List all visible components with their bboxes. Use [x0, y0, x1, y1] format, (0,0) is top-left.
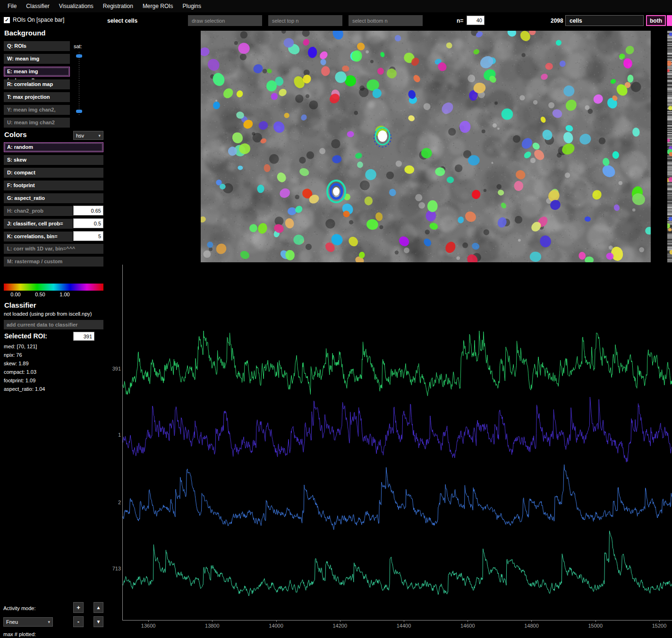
colorbar-label-0: 0.00	[8, 292, 24, 297]
colorbar-label-100: 1.00	[57, 292, 73, 297]
bg-button-mean-img[interactable]: W: mean img	[4, 54, 70, 64]
bg-button-mean-img-chan2-corr[interactable]: Y: mean img chan2, corr	[4, 105, 70, 115]
x-tick-label: 14400	[392, 623, 416, 629]
x-tick-mark	[212, 620, 213, 622]
bg-button-mean-img-enhanced[interactable]: E: mean img (enhanced)	[4, 67, 70, 77]
add-to-classifier-button[interactable]: add current data to classifier	[4, 320, 103, 329]
cells-button[interactable]: cells	[565, 15, 644, 26]
color-button-correlations[interactable]: K: correlations, bin=	[4, 232, 73, 241]
color-button-chan2-prob[interactable]: H: chan2_prob	[4, 206, 73, 216]
x-tick-mark	[276, 620, 277, 622]
trace-y-label: 713	[107, 566, 121, 571]
second-view-edge	[667, 31, 672, 263]
saturation-slider-track	[79, 52, 79, 116]
trace-y-label: 2	[107, 500, 121, 505]
select-top-n-button[interactable]: select top n	[268, 15, 342, 26]
color-button-compact[interactable]: D: compact	[4, 168, 103, 178]
trace-plot-canvas[interactable]	[123, 264, 672, 620]
zoom-plus-button[interactable]: +	[73, 602, 84, 613]
activity-mode-label: Activity mode:	[3, 605, 35, 611]
colorbar-label-50: 0.50	[32, 292, 48, 297]
roi-stat-npix: npix: 76	[4, 352, 22, 358]
x-axis-line	[122, 620, 672, 621]
checkbox-check-icon: ✓	[4, 17, 10, 23]
sat-slider-handle-bottom[interactable]	[76, 110, 82, 113]
trace-y-label: 391	[107, 366, 121, 371]
menu-file[interactable]: File	[3, 0, 21, 12]
classifier-prob-input[interactable]	[73, 218, 103, 228]
arrow-down-icon[interactable]: ▼	[94, 616, 103, 627]
bg-button-correlation-map[interactable]: R: correlation map	[4, 79, 70, 89]
arrow-up-icon[interactable]: ▲	[94, 602, 103, 613]
both-button[interactable]: both	[646, 15, 666, 26]
x-tick-mark	[340, 620, 340, 622]
selected-roi-input[interactable]	[73, 332, 94, 341]
sat-label: sat:	[74, 43, 82, 49]
menu-bar: File Classifier Visualizations Registrat…	[0, 0, 672, 12]
roi-image-view	[111, 31, 664, 263]
x-tick-label: 13800	[200, 623, 224, 629]
background-header: Background	[4, 29, 46, 37]
sat-slider-handle-top[interactable]	[76, 54, 82, 58]
max-plotted-label: max # plotted:	[3, 631, 36, 637]
draw-selection-button[interactable]: draw selection	[188, 15, 262, 26]
x-tick-label: 15200	[647, 623, 671, 629]
activity-mode-select[interactable]: Fneu ▾	[3, 617, 53, 627]
n-input[interactable]	[467, 16, 485, 25]
color-button-classifier-prob[interactable]: J: classifier, cell prob=	[4, 219, 73, 229]
selected-roi-label: Selected ROI:	[4, 332, 47, 340]
x-tick-label: 13600	[136, 623, 160, 629]
x-tick-mark	[659, 620, 660, 622]
roi-stat-compact: compact: 1.03	[4, 369, 36, 375]
roi-stat-aspect-ratio: aspect_ratio: 1.04	[4, 386, 45, 392]
color-button-corr-1d-var[interactable]: L: corr with 1D var, bin=^^^	[4, 244, 103, 254]
x-tick-label: 14600	[456, 623, 479, 629]
menu-plugins[interactable]: Plugins	[178, 0, 206, 12]
x-tick-mark	[468, 620, 468, 622]
colors-header: Colors	[4, 130, 27, 138]
roi-stat-med: med: [70, 121]	[4, 344, 37, 349]
chan2-prob-input[interactable]	[73, 206, 103, 216]
second-view-canvas[interactable]	[667, 31, 672, 262]
colormap-select[interactable]: hsv ▾	[73, 131, 103, 140]
trace-y-label: 1	[107, 432, 121, 438]
x-tick-label: 14800	[519, 623, 543, 629]
x-tick-label: 14000	[264, 623, 288, 629]
color-button-skew[interactable]: S: skew	[4, 155, 103, 165]
menu-classifier[interactable]: Classifier	[21, 0, 54, 12]
color-button-aspect-ratio[interactable]: G: aspect_ratio	[4, 193, 103, 203]
color-button-footprint[interactable]: F: footprint	[4, 181, 103, 190]
x-tick-label: 15000	[584, 623, 607, 629]
roi-stat-skew: skew: 1.89	[4, 361, 29, 366]
select-bottom-n-button[interactable]: select bottom n	[349, 15, 423, 26]
rois-on-label: ROIs On [space bar]	[13, 17, 64, 23]
rois-on-checkbox[interactable]: ✓ ROIs On [space bar]	[4, 17, 64, 23]
bg-button-mean-img-chan2[interactable]: U: mean img chan2	[4, 118, 70, 128]
saturation-slider	[76, 52, 82, 116]
menu-registration[interactable]: Registration	[98, 0, 138, 12]
menu-visualizations[interactable]: Visualizations	[54, 0, 98, 12]
x-tick-mark	[595, 620, 596, 622]
activity-mode-value: Fneu	[6, 619, 18, 625]
x-tick-mark	[531, 620, 532, 622]
x-tick-mark	[148, 620, 149, 622]
classifier-header: Classifier	[4, 301, 36, 309]
roi-count: 2098	[551, 17, 563, 24]
color-button-random[interactable]: A: random	[4, 142, 103, 152]
x-tick-mark	[404, 620, 404, 622]
chevron-down-icon: ▾	[98, 133, 101, 138]
correlations-bin-input[interactable]	[73, 231, 103, 241]
select-cells-label: select cells	[107, 17, 137, 24]
bg-button-max-projection[interactable]: T: max projection	[4, 92, 70, 102]
menu-merge-rois[interactable]: Merge ROIs	[138, 0, 178, 12]
colormap-value: hsv	[76, 133, 84, 138]
roi-image-canvas[interactable]	[201, 31, 651, 262]
bg-button-rois[interactable]: Q: ROIs	[4, 41, 70, 51]
colorbar-gradient	[4, 284, 103, 291]
roi-stat-footprint: footprint: 1.09	[4, 378, 35, 383]
suite2p-window: File Classifier Visualizations Registrat…	[0, 0, 672, 638]
chevron-down-icon: ▾	[48, 620, 50, 624]
both-highlight-swatch	[667, 15, 672, 26]
zoom-minus-button[interactable]: -	[73, 616, 84, 627]
color-button-rastermap[interactable]: M: rastermap / custom	[4, 257, 103, 267]
